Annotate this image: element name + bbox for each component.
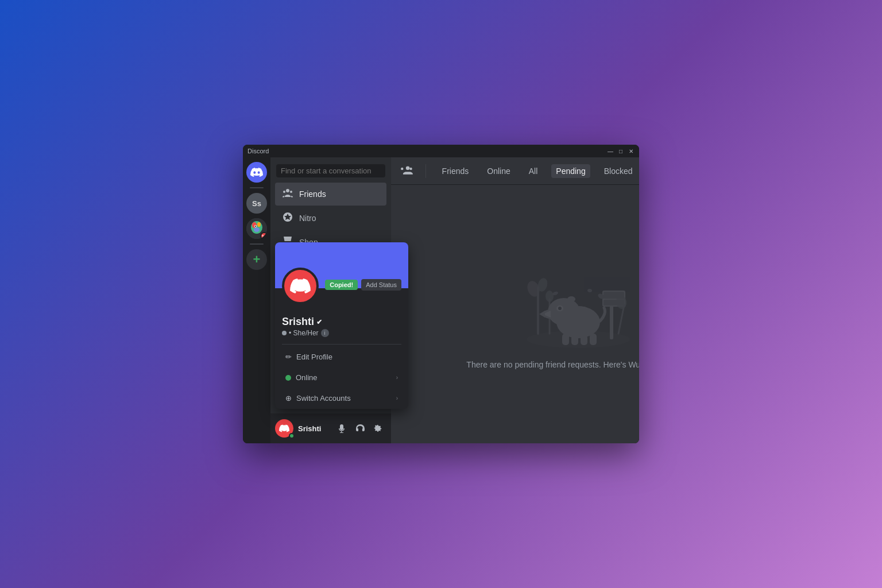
svg-rect-27 (562, 334, 569, 345)
discord-window: Discord — □ ✕ Ss (243, 145, 639, 443)
pronouns-info-icon[interactable]: i (321, 329, 329, 337)
close-button[interactable]: ✕ (628, 148, 635, 154)
svg-line-14 (618, 305, 624, 334)
online-label: Online (296, 373, 318, 382)
maximize-button[interactable]: □ (617, 148, 624, 154)
tab-blocked[interactable]: Blocked (599, 164, 637, 178)
switch-accounts-icon: ⊕ (285, 394, 292, 403)
switch-accounts-item[interactable]: ⊕ Switch Accounts › (278, 388, 405, 408)
pending-message: There are no pending friend requests. He… (466, 360, 639, 369)
search-input[interactable] (276, 164, 385, 177)
headphones-button[interactable] (352, 420, 368, 436)
svg-point-25 (558, 307, 562, 310)
chat-area: Friends Online All Pending Blocked Add F… (391, 157, 639, 443)
minimize-button[interactable]: — (607, 148, 614, 154)
profile-avatar[interactable] (282, 268, 319, 304)
user-status-indicator (289, 433, 295, 439)
friends-nav-icon (282, 187, 293, 201)
title-bar: Discord — □ ✕ (243, 145, 639, 157)
switch-accounts-label: Switch Accounts (296, 394, 351, 403)
nitro-nav-icon (282, 211, 293, 225)
copied-tooltip: Copied! (325, 280, 358, 290)
svg-point-17 (546, 291, 554, 302)
svg-point-3 (257, 222, 261, 227)
wumpus-illustration (521, 259, 636, 351)
svg-point-4 (254, 227, 260, 232)
header-separator (425, 164, 426, 178)
chevron-right-icon: › (396, 374, 398, 381)
settings-button[interactable] (370, 420, 386, 436)
profile-popup: Copied! Add Status Srishti ✔ • She/Her i (275, 242, 408, 409)
chat-header: Friends Online All Pending Blocked Add F… (391, 157, 639, 185)
friends-nav-label: Friends (299, 189, 326, 199)
status-dot (282, 331, 287, 335)
server-divider-2 (250, 243, 264, 245)
tab-online[interactable]: Online (482, 164, 514, 178)
window-controls: — □ ✕ (607, 148, 635, 154)
svg-point-26 (567, 296, 575, 302)
server-bar: Ss 10 + (243, 157, 270, 443)
nav-nitro[interactable]: Nitro (275, 207, 386, 230)
edit-icon: ✏ (285, 353, 292, 361)
add-status-button[interactable]: Add Status (361, 279, 401, 291)
profile-avatar-area: Copied! Add Status (275, 288, 408, 311)
profile-divider (282, 344, 401, 345)
dm-sidebar: Friends Nitro Shop DIRECT M (270, 157, 391, 443)
server-divider (250, 187, 264, 188)
svg-point-6 (255, 226, 256, 227)
tab-all[interactable]: All (524, 164, 543, 178)
chevron-right-icon-2: › (396, 395, 398, 401)
svg-marker-23 (539, 311, 545, 318)
user-bar-controls (334, 420, 386, 436)
nav-friends[interactable]: Friends (275, 183, 386, 206)
verified-icon: ✔ (316, 318, 322, 326)
friends-header-icon (400, 164, 414, 178)
window-title: Discord (247, 148, 607, 154)
main-content: Ss 10 + (243, 157, 639, 443)
online-dot (285, 375, 291, 381)
parrot-server-icon[interactable]: 10 (246, 218, 267, 239)
edit-profile-item[interactable]: ✏ Edit Profile (278, 347, 405, 367)
nitro-nav-label: Nitro (299, 214, 316, 223)
user-bar: Srishti (270, 413, 391, 443)
profile-pronouns: • She/Her i (282, 328, 401, 342)
profile-username: Srishti ✔ (282, 316, 401, 328)
user-initials: Ss (252, 199, 261, 208)
notification-badge: 10 (260, 232, 267, 239)
svg-rect-28 (571, 335, 578, 345)
dm-search-bar (270, 157, 391, 182)
user-bar-username: Srishti (298, 424, 329, 433)
user-server-icon[interactable]: Ss (246, 193, 267, 214)
tab-pending[interactable]: Pending (551, 164, 590, 178)
home-button[interactable] (246, 162, 267, 183)
edit-profile-label: Edit Profile (296, 353, 332, 361)
profile-actions: Copied! Add Status (325, 279, 401, 291)
svg-rect-29 (581, 335, 587, 345)
profile-name-area: Srishti ✔ • She/Her i (275, 311, 408, 342)
svg-rect-30 (590, 334, 597, 345)
mic-button[interactable] (334, 420, 350, 436)
add-server-button[interactable]: + (246, 249, 267, 270)
svg-point-33 (587, 288, 593, 292)
user-avatar[interactable] (275, 419, 293, 438)
tab-friends[interactable]: Friends (438, 164, 474, 178)
online-status-item[interactable]: Online › (278, 368, 405, 388)
pending-view: There are no pending friend requests. He… (391, 185, 639, 443)
